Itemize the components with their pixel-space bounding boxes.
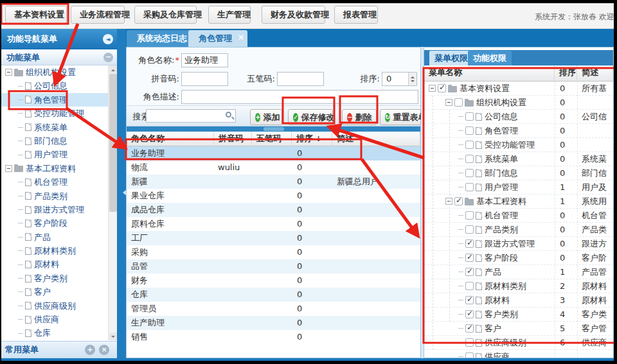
permission-row[interactable]: 跟进方式管理0跟进方 — [424, 237, 613, 251]
permission-row[interactable]: 供应商 — [424, 350, 613, 358]
permission-row[interactable]: 用户管理1用户及 — [424, 180, 613, 195]
permission-checkbox[interactable] — [465, 169, 474, 177]
top-menu-item[interactable]: 业务流程管理 — [71, 6, 125, 24]
tab-system-log[interactable]: 系统动态日志 — [127, 30, 197, 47]
reset-button[interactable]: ↻重置表单 — [380, 109, 421, 125]
table-row[interactable]: 管理员0 — [127, 302, 420, 316]
permission-checkbox[interactable] — [465, 296, 474, 304]
sidebar-item[interactable]: 跟进方式管理 — [1, 203, 108, 216]
sidebar-item[interactable]: 产品 — [1, 230, 108, 244]
permission-checkbox[interactable] — [465, 126, 474, 135]
expand-collapse-icon[interactable] — [5, 165, 12, 172]
sidebar-scrollbar[interactable] — [108, 65, 117, 340]
spin-down-icon[interactable] — [411, 80, 415, 84]
remove-favorite-icon[interactable]: × — [99, 345, 109, 355]
tab-function-permission[interactable]: 功能权限 — [468, 51, 512, 65]
sidebar-item[interactable]: 基本工程资料 — [1, 162, 108, 175]
role-desc-input[interactable] — [181, 90, 418, 104]
permission-checkbox[interactable] — [465, 338, 474, 347]
permission-checkbox[interactable] — [465, 254, 474, 262]
scroll-down-icon[interactable] — [109, 333, 117, 340]
column-header[interactable]: 拼音码 — [214, 132, 252, 146]
sidebar-item[interactable]: 仓库 — [1, 326, 108, 340]
permission-row[interactable]: 基本工程资料1系统用 — [424, 195, 613, 209]
sidebar-item[interactable]: 原材料类别 — [1, 244, 108, 257]
permission-checkbox[interactable] — [465, 141, 474, 149]
permission-checkbox[interactable] — [465, 225, 474, 234]
add-button[interactable]: +添加 — [250, 109, 282, 125]
table-row[interactable]: 财务0 — [127, 273, 420, 288]
permission-row[interactable]: 产品1产品管 — [424, 265, 613, 279]
close-tab-icon[interactable]: × — [238, 29, 244, 46]
column-header[interactable]: 角色名称 — [127, 132, 214, 146]
table-row[interactable]: 销售0 — [127, 330, 420, 344]
save-button[interactable]: ✓保存修改 — [288, 109, 333, 125]
permission-checkbox[interactable] — [465, 324, 474, 333]
column-header[interactable]: 简述 — [332, 132, 420, 146]
permission-row[interactable]: 原材料3原材料 — [424, 293, 613, 308]
spin-up-icon[interactable] — [411, 74, 415, 78]
delete-button[interactable]: −删除 — [342, 109, 377, 125]
column-header[interactable]: 五笔码 — [252, 132, 292, 146]
sidebar-item[interactable]: 客户阶段 — [1, 216, 108, 230]
sidebar-section-header[interactable]: 功能菜单 − — [1, 49, 117, 65]
permission-row[interactable]: 机台管理0机台管 — [424, 209, 613, 223]
table-row[interactable]: 业务助理0 — [127, 146, 420, 160]
column-header[interactable]: 排序 — [555, 65, 577, 80]
table-row[interactable]: 工厂0 — [127, 231, 420, 245]
permission-row[interactable]: 产品类别0产品类 — [424, 223, 613, 237]
top-menu-item[interactable]: 财务及收款管理 — [262, 6, 325, 24]
sidebar-item[interactable]: 产品类别 — [1, 189, 108, 203]
wubi-input[interactable] — [277, 72, 324, 86]
scroll-up-icon[interactable] — [109, 65, 117, 73]
table-row[interactable]: 物流wuliu0 — [127, 160, 420, 175]
table-row[interactable]: 采购0 — [127, 245, 420, 259]
table-row[interactable]: 仓库0 — [127, 288, 420, 302]
sidebar-item[interactable]: 原材料 — [1, 257, 108, 271]
search-icon[interactable] — [226, 112, 231, 117]
spinner-buttons[interactable] — [408, 73, 416, 85]
table-row[interactable]: 原料仓库0 — [127, 217, 420, 231]
pinyin-input[interactable] — [181, 72, 228, 86]
table-row[interactable]: 生产助理0 — [127, 316, 420, 330]
sidebar-item[interactable]: 供应商 — [1, 313, 108, 326]
permission-checkbox[interactable] — [465, 282, 474, 290]
permission-row[interactable]: 基本资料设置0所有基 — [424, 82, 613, 96]
sidebar-item[interactable]: 客户 — [1, 285, 108, 299]
table-row[interactable]: 果业仓库0 — [127, 189, 420, 203]
top-menu-item[interactable]: 采购及仓库管理 — [134, 6, 197, 24]
horizontal-splitter[interactable] — [127, 126, 420, 132]
permission-row[interactable]: 部门信息0部门信 — [424, 166, 613, 180]
search-input[interactable] — [146, 109, 236, 123]
expand-collapse-icon[interactable] — [5, 69, 12, 76]
permission-row[interactable]: 角色管理0 — [424, 124, 613, 138]
top-menu-item[interactable]: 生产管理 — [208, 6, 251, 24]
sidebar-item[interactable]: 角色管理 — [1, 93, 108, 107]
scrollbar-thumb[interactable] — [109, 74, 117, 212]
tab-menu-permission[interactable]: 菜单权限 — [429, 51, 473, 65]
table-row[interactable]: 新疆0新疆总用户 — [127, 175, 420, 189]
permission-checkbox[interactable] — [454, 197, 463, 205]
permission-checkbox[interactable] — [465, 268, 474, 276]
permission-row[interactable]: 供应商级别6供应商 — [424, 336, 613, 350]
column-header[interactable]: 菜单名称 — [424, 65, 555, 80]
permission-row[interactable]: 客户类别4客户类 — [424, 308, 613, 322]
permission-checkbox[interactable] — [465, 352, 474, 358]
table-row[interactable]: 成品仓库0 — [127, 203, 420, 217]
permission-checkbox[interactable] — [465, 112, 474, 121]
permission-row[interactable]: 客户阶段0客户阶 — [424, 251, 613, 265]
permission-checkbox[interactable] — [465, 155, 474, 163]
permission-checkbox[interactable] — [465, 239, 474, 248]
sidebar-item[interactable]: 供应商级别 — [1, 299, 108, 313]
expand-collapse-icon[interactable] — [429, 85, 436, 92]
permission-row[interactable]: 公司信息0公司信 — [424, 110, 613, 124]
top-menu-item[interactable]: 报表管理 — [334, 6, 378, 24]
column-header[interactable]: 排序↓ — [292, 132, 332, 146]
sidebar-splitter[interactable] — [117, 29, 126, 358]
role-name-input[interactable] — [181, 53, 228, 67]
sidebar-item[interactable]: 部门信息 — [1, 134, 108, 148]
sidebar-collapse-icon[interactable]: ◄ — [103, 34, 113, 44]
sort-spinner[interactable]: 0 — [382, 72, 417, 86]
expand-collapse-icon[interactable] — [445, 99, 452, 106]
permission-row[interactable]: 组织机构设置0 — [424, 96, 613, 110]
